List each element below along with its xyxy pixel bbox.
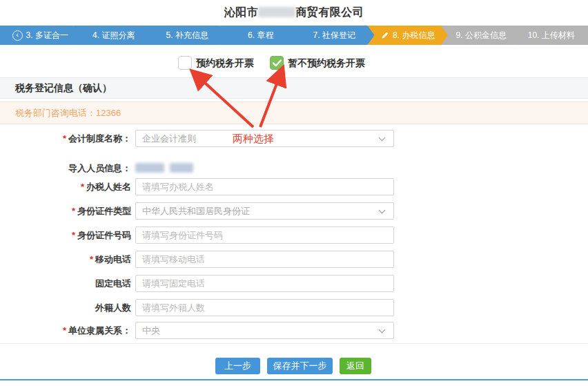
step-label: 7. 社保登记: [313, 30, 355, 41]
save-and-next-button[interactable]: 保存并下一步: [267, 358, 333, 374]
required-asterisk: *: [72, 230, 75, 240]
page: 沁阳市商贸有限公司 ‹ 3. 多证合一 4. 证照分离 5. 补充信息 6. 章…: [0, 0, 588, 386]
field-label: 固定电话: [0, 275, 131, 292]
page-title: 沁阳市商贸有限公司: [0, 6, 588, 20]
chevron-down-icon: [379, 134, 386, 141]
section-title: 税务登记信息（确认）: [15, 82, 112, 95]
landline-phone-input[interactable]: [135, 275, 394, 292]
step-label: 5. 补充信息: [166, 30, 208, 41]
previous-step-button[interactable]: 上一步: [215, 358, 260, 374]
check-icon: [273, 59, 282, 67]
bottom-divider: [0, 343, 588, 344]
step-label: 6. 章程: [248, 30, 273, 41]
form-row-mobile-phone: *移动电话: [0, 251, 588, 268]
tax-hotline-notice: 税务部门咨询电话：12366: [0, 102, 588, 124]
field-label: *移动电话: [0, 251, 131, 268]
footer-accent-line: [0, 379, 588, 380]
section-header: 税务登记信息（确认）: [0, 77, 588, 99]
form-row-unit-affiliation: *单位隶属关系： 中央: [0, 322, 588, 339]
required-asterisk: *: [72, 206, 75, 216]
field-label: *单位隶属关系：: [0, 322, 131, 339]
step-3-multi-cert[interactable]: ‹ 3. 多证合一: [0, 26, 81, 45]
no-reserve-invoice-label: 暂不预约税务开票: [288, 57, 365, 70]
id-type-select[interactable]: 中华人民共和国居民身份证: [135, 202, 394, 220]
id-number-input[interactable]: [135, 226, 394, 244]
company-name-suffix: 商贸有限公司: [295, 6, 364, 18]
field-label: *办税人姓名: [0, 178, 131, 195]
field-label: 导入人员信息：: [0, 160, 131, 177]
return-button[interactable]: 返回: [340, 358, 371, 374]
step-8-tax-info[interactable]: 8. 办税信息: [368, 26, 449, 45]
form-row-imported-personnel: 导入人员信息：: [0, 160, 588, 177]
redacted-personnel-info: [135, 163, 164, 173]
back-circle-icon[interactable]: ‹: [12, 30, 23, 41]
foreign-personnel-count-input[interactable]: [135, 299, 394, 316]
step-label: 9. 公积金信息: [456, 30, 507, 41]
select-value: 中华人民共和国居民身份证: [142, 205, 380, 218]
form-row-foreign-personnel-count: 外籍人数: [0, 299, 588, 316]
field-label: *身份证件号码: [0, 226, 131, 244]
chevron-down-icon: [379, 206, 386, 213]
step-label: 3. 多证合一: [26, 30, 68, 41]
reserve-invoice-label: 预约税务开票: [196, 57, 254, 70]
form-row-landline-phone: 固定电话: [0, 275, 588, 292]
invoice-options-row: 预约税务开票 暂不预约税务开票: [0, 56, 588, 70]
step-4-license-separation[interactable]: 4. 证照分离: [74, 26, 155, 45]
no-reserve-invoice-checkbox[interactable]: [270, 56, 284, 70]
chevron-down-icon: [379, 326, 386, 333]
required-asterisk: *: [90, 254, 93, 264]
reserve-invoice-checkbox[interactable]: [178, 56, 192, 70]
step-breadcrumb: ‹ 3. 多证合一 4. 证照分离 5. 补充信息 6. 章程 7. 社保登记 …: [0, 26, 588, 45]
step-5-supplementary-info[interactable]: 5. 补充信息: [147, 26, 228, 45]
field-label: 外籍人数: [0, 299, 131, 316]
step-label: 8. 办税信息: [393, 30, 435, 41]
form-row-id-type: *身份证件类型 中华人民共和国居民身份证: [0, 202, 588, 220]
required-asterisk: *: [63, 133, 66, 144]
field-label: *身份证件类型: [0, 202, 131, 220]
step-7-social-security[interactable]: 7. 社保登记: [294, 26, 375, 45]
tax-agent-name-input[interactable]: [135, 178, 394, 195]
notice-text: 税务部门咨询电话：12366: [15, 107, 121, 119]
form-row-id-number: *身份证件号码: [0, 226, 588, 244]
redacted-company-name: [258, 7, 295, 17]
form-row-accounting-system: *会计制度名称： 企业会计准则: [0, 130, 588, 147]
required-asterisk: *: [81, 182, 84, 192]
redacted-personnel-info: [170, 163, 193, 173]
select-value: 中央: [142, 325, 380, 337]
required-asterisk: *: [63, 325, 66, 336]
field-label: *会计制度名称：: [0, 130, 131, 147]
company-name-prefix: 沁阳市: [224, 6, 259, 18]
annotation-text: 两种选择: [233, 133, 274, 146]
step-6-charter[interactable]: 6. 章程: [221, 26, 302, 45]
step-10-upload-materials[interactable]: 10. 上传材料: [515, 26, 588, 45]
unit-affiliation-select[interactable]: 中央: [135, 322, 394, 339]
pencil-icon: [380, 31, 389, 40]
step-label: 10. 上传材料: [528, 30, 575, 41]
step-9-housing-fund[interactable]: 9. 公积金信息: [441, 26, 522, 45]
step-label: 4. 证照分离: [92, 30, 135, 41]
form-row-tax-agent-name: *办税人姓名: [0, 178, 588, 195]
mobile-phone-input[interactable]: [135, 251, 394, 268]
